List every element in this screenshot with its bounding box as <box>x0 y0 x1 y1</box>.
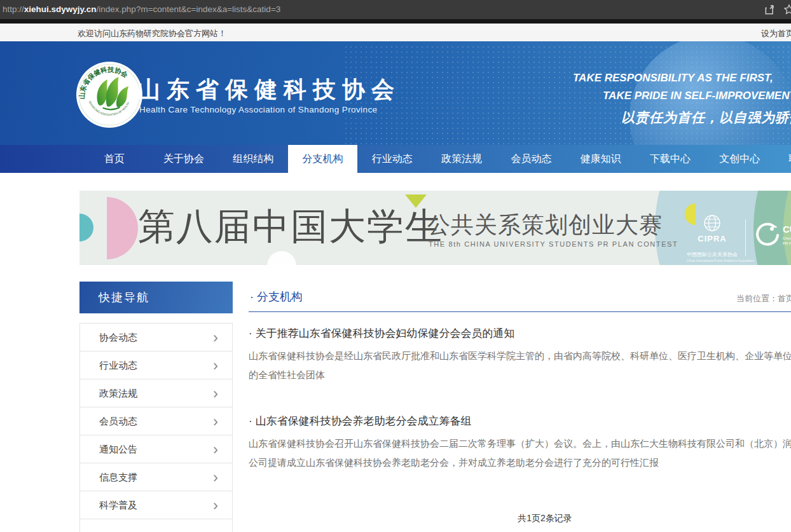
nav-tab-about[interactable]: 关于协会 <box>149 145 218 173</box>
contest-logo-name: CU <box>783 224 791 235</box>
site-header: 山东省保健科技协会 SHANDONG ASSOCIATION OF HEALTH… <box>0 41 791 145</box>
sidebar-quick-nav: 快捷导航 协会动态› 行业动态› 政策法规› 会员动态› 通知公告› 信息支撑›… <box>79 282 233 532</box>
sidebar-list: 协会动态› 行业动态› 政策法规› 会员动态› 通知公告› 信息支撑› 科学普及… <box>79 323 233 532</box>
banner-subheadline-en: THE 8th CHINA UNIVERSITY STUDENTS PR PLA… <box>429 240 678 248</box>
nav-tab-download-center[interactable]: 下载中心 <box>635 145 705 173</box>
sidebar-item-label: 科学普及 <box>99 500 137 510</box>
chevron-right-icon: › <box>213 463 218 491</box>
banner-white-halfcircle-decoration <box>267 251 296 265</box>
sidebar-item-policies[interactable]: 政策法规› <box>79 379 233 407</box>
contest-logo-caption2: PR Plan Contest <box>783 242 791 245</box>
nav-tab-member-news[interactable]: 会员动态 <box>497 145 566 173</box>
nav-tab-health-knowledge[interactable]: 健康知识 <box>566 145 635 173</box>
browser-toolbar-strip <box>0 19 791 24</box>
contest-logo: CU China University Students PR Plan Con… <box>755 221 780 249</box>
sidebar-item-label: 政策法规 <box>99 388 137 399</box>
article-summary-line: 公司提请成立山东省保健科技协会养老助老分会，并对成立养老助老分会进行了充分的可行… <box>249 453 791 472</box>
nav-tab-branches-active[interactable]: 分支机构 <box>288 145 357 173</box>
contest-swirl-icon <box>755 221 780 247</box>
sidebar-item-industry-news[interactable]: 行业动态› <box>79 351 233 379</box>
banner-logo-divider <box>745 219 746 256</box>
banner-teal-halfcircle-decoration <box>79 214 93 242</box>
welcome-bar: 欢迎访问山东药物研究院协会官方网站！ 设为首页 <box>0 24 791 41</box>
site-title: 山东省保健科技协会 <box>137 74 401 106</box>
chevron-right-icon: › <box>213 407 218 435</box>
nav-row: 首页 关于协会 组织结构 分支机构 行业动态 政策法规 会员动态 健康知识 下载… <box>79 145 791 173</box>
url-text[interactable]: http://xiehui.sdywyjy.cn/index.php?m=con… <box>3 4 280 14</box>
article-summary-line: 的全省性社会团体 <box>249 365 791 385</box>
sidebar-item-association-news[interactable]: 协会动态› <box>79 324 233 351</box>
url-prefix: http:// <box>3 4 24 14</box>
sidebar-item-label: 通知公告 <box>99 444 137 454</box>
chevron-right-icon: › <box>213 379 218 407</box>
site-subtitle: Health Care Technology Association of Sh… <box>139 105 377 114</box>
url-domain: xiehui.sdywyjy.cn <box>24 4 97 14</box>
article-summary-line: 山东省保健科技协会是经山东省民政厅批准和山东省医学科学院主管的，由省内高等院校、… <box>249 346 791 365</box>
article-summary: 山东省保健科技协会召开山东省保健科技协会二届二次常务理事（扩大）会议。会上，由山… <box>249 434 791 472</box>
nav-tab-cultural-center[interactable]: 文创中心 <box>705 145 774 173</box>
main-navigation: 首页 关于协会 组织结构 分支机构 行业动态 政策法规 会员动态 健康知识 下载… <box>0 145 791 173</box>
sidebar-item-partial[interactable] <box>79 519 233 532</box>
sidebar-item-label: 协会动态 <box>99 332 137 343</box>
slogan-line-3: 以责任为首任，以自强为骄傲 <box>621 109 791 126</box>
url-path: /index.php?m=content&c=index&a=lists&cat… <box>97 4 281 14</box>
article-title-link[interactable]: · 山东省保健科技协会养老助老分会成立筹备组 <box>249 414 791 429</box>
cipra-caption-cn: 中国国际公共关系协会 <box>687 251 738 258</box>
main-content: · 分支机构 当前位置：首页 · 关于推荐山东省保健科技协会妇幼保健分会会员的通… <box>249 282 791 524</box>
pagination-summary: 共1页2条记录 <box>249 513 791 524</box>
sidebar-title: 快捷导航 <box>79 282 233 313</box>
cipra-logo: CIPRA 中国国际公共关系协会 China International Pub… <box>687 214 738 263</box>
promo-banner[interactable]: 第八届中国大学生 公共关系策划创业大赛 THE 8th CHINA UNIVER… <box>79 191 791 265</box>
chevron-right-icon: › <box>213 435 218 463</box>
nav-tab-policies[interactable]: 政策法规 <box>427 145 496 173</box>
banner-pink-halfcircle-decoration <box>107 197 138 259</box>
nav-tab-contact[interactable]: 联系我们 <box>774 145 791 173</box>
sidebar-item-notices[interactable]: 通知公告› <box>79 435 233 463</box>
share-icon[interactable] <box>764 3 776 16</box>
chevron-right-icon: › <box>213 351 218 379</box>
browser-address-bar[interactable]: http://xiehui.sdywyjy.cn/index.php?m=con… <box>0 0 791 19</box>
article-summary-line: 山东省保健科技协会召开山东省保健科技协会二届二次常务理事（扩大）会议。会上，由山… <box>249 434 791 453</box>
bookmark-star-icon[interactable] <box>783 3 791 16</box>
nav-tab-organization[interactable]: 组织结构 <box>219 145 288 173</box>
banner-headline-cn: 第八届中国大学生 <box>138 202 443 252</box>
article-list-item: · 山东省保健科技协会养老助老分会成立筹备组 山东省保健科技协会召开山东省保健科… <box>249 414 791 472</box>
association-logo-icon[interactable]: 山东省保健科技协会 SHANDONG ASSOCIATION OF HEALTH… <box>76 62 142 128</box>
banner-headline2-cn: 公共关系策划创业大赛 <box>427 210 663 241</box>
cipra-globe-icon <box>703 214 722 233</box>
contest-logo-caption1: China University Students <box>783 236 791 240</box>
welcome-text: 欢迎访问山东药物研究院协会官方网站！ <box>78 28 226 39</box>
sidebar-item-label: 行业动态 <box>99 360 137 371</box>
slogan-line-1: TAKE RESPONSIBILITY AS THE FIRST, <box>573 72 773 85</box>
nav-tab-home[interactable]: 首页 <box>79 145 149 173</box>
section-title: · 分支机构 <box>250 289 303 304</box>
sidebar-item-science-popularization[interactable]: 科学普及› <box>79 491 233 519</box>
chevron-right-icon: › <box>213 491 218 519</box>
slogan-line-2: TAKE PRIDE IN SELF-IMPROVEMENT <box>603 90 791 102</box>
article-summary: 山东省保健科技协会是经山东省民政厅批准和山东省医学科学院主管的，由省内高等院校、… <box>249 346 791 385</box>
breadcrumb[interactable]: 当前位置：首页 <box>736 293 791 304</box>
article-title-link[interactable]: · 关于推荐山东省保健科技协会妇幼保健分会会员的通知 <box>249 326 791 341</box>
sidebar-item-info-support[interactable]: 信息支撑› <box>79 463 233 491</box>
section-head: · 分支机构 当前位置：首页 <box>249 282 791 312</box>
sidebar-item-label: 会员动态 <box>99 416 137 426</box>
cipra-caption-en: China International Public Relations Ass… <box>687 259 738 263</box>
chevron-right-icon: › <box>213 324 218 351</box>
cipra-name: CIPRA <box>687 234 738 243</box>
article-list-item: · 关于推荐山东省保健科技协会妇幼保健分会会员的通知 山东省保健科技协会是经山东… <box>249 326 791 385</box>
sidebar-item-label: 信息支撑 <box>99 472 137 482</box>
sidebar-item-member-news[interactable]: 会员动态› <box>79 407 233 435</box>
nav-tab-industry-news[interactable]: 行业动态 <box>357 145 427 173</box>
set-home-link[interactable]: 设为首页 <box>761 28 791 39</box>
